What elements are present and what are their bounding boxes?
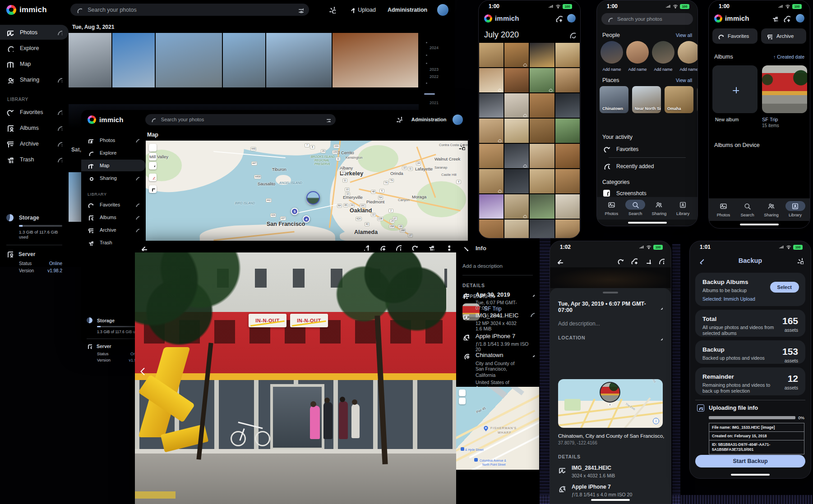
sidebar-item-albums[interactable]: Albums: [81, 211, 146, 223]
search-input[interactable]: [87, 6, 293, 14]
place-tile[interactable]: Chinatown: [600, 86, 628, 113]
edit-date-icon[interactable]: [657, 304, 663, 310]
photo-thumbnail[interactable]: [479, 144, 504, 168]
photo-thumbnail[interactable]: [504, 68, 529, 92]
nav-item-search[interactable]: Search: [624, 200, 647, 216]
photo-thumbnail[interactable]: [479, 169, 504, 193]
upload-button[interactable]: Upload: [348, 7, 376, 13]
people-view-all[interactable]: View all: [676, 32, 692, 38]
search-bar[interactable]: [145, 114, 336, 125]
search-input[interactable]: [160, 116, 321, 123]
close-icon[interactable]: [462, 245, 468, 251]
photo-thumbnail[interactable]: [504, 119, 529, 143]
nav-item-sharing[interactable]: Sharing: [759, 201, 783, 217]
map-cluster-marker[interactable]: 4: [303, 215, 310, 223]
sidebar-item-sharing[interactable]: Sharing: [81, 172, 146, 184]
add-name-label[interactable]: Add name: [652, 67, 674, 72]
timeline-year-label[interactable]: 2023: [430, 67, 439, 72]
back-icon[interactable]: [556, 257, 563, 264]
trash-icon[interactable]: [771, 15, 778, 22]
albums-sort[interactable]: ↑ Created date: [773, 54, 804, 60]
back-chevron-icon[interactable]: [697, 257, 704, 264]
person-face[interactable]: [601, 41, 623, 64]
description-field[interactable]: Add description...: [550, 313, 671, 327]
scrubber-position[interactable]: [424, 93, 435, 95]
home-indicator[interactable]: [731, 474, 770, 476]
nav-item-library[interactable]: Library: [783, 201, 807, 217]
back-icon[interactable]: [140, 244, 147, 251]
administration-link[interactable]: Administration: [388, 7, 427, 13]
home-indicator[interactable]: [591, 499, 630, 501]
backup-cloud-icon[interactable]: [555, 15, 563, 22]
sidebar-item-sharing[interactable]: Sharing: [0, 72, 69, 87]
previous-photo-chevron[interactable]: [138, 366, 148, 376]
photo-thumbnail[interactable]: [479, 68, 504, 92]
photo-thumbnail[interactable]: [555, 43, 580, 67]
map-photo-marker[interactable]: [600, 382, 620, 403]
nav-item-library[interactable]: Library: [671, 200, 695, 216]
filter-icon[interactable]: [325, 117, 331, 122]
zoom-in-icon[interactable]: [379, 244, 385, 251]
photo-thumbnail[interactable]: [555, 169, 580, 193]
avatar[interactable]: [453, 115, 463, 125]
search-bar[interactable]: [70, 4, 309, 16]
location-map[interactable]: Pier 45 FISHERMAN'S WHARF & Hyde Street …: [456, 387, 539, 470]
filter-icon[interactable]: [297, 7, 304, 13]
person-face[interactable]: [678, 41, 698, 64]
photo-thumbnail[interactable]: [530, 68, 554, 92]
photo-thumbnail[interactable]: [479, 43, 504, 67]
photo-thumbnail[interactable]: [555, 119, 580, 143]
favorite-icon[interactable]: [411, 244, 418, 251]
photo-thumbnail[interactable]: [479, 93, 504, 118]
theme-toggle-icon[interactable]: [329, 6, 336, 14]
photo-thumbnail[interactable]: [530, 93, 554, 118]
add-name-label[interactable]: Add name: [601, 67, 623, 72]
edit-location-icon[interactable]: [529, 352, 535, 357]
nav-item-sharing[interactable]: Sharing: [647, 200, 671, 216]
add-name-label[interactable]: Add name: [678, 67, 698, 72]
photo-thumbnail[interactable]: [530, 43, 554, 67]
photo-thumbnail[interactable]: [112, 33, 155, 87]
select-button[interactable]: Select: [770, 282, 799, 293]
map-zoom-in-button[interactable]: [459, 389, 466, 396]
photo-thumbnail[interactable]: [69, 33, 111, 87]
edit-location-icon[interactable]: [657, 335, 663, 340]
place-tile[interactable]: Omaha: [665, 86, 693, 113]
sidebar-item-albums[interactable]: Albums: [0, 120, 69, 135]
theme-toggle-icon[interactable]: [396, 116, 402, 123]
photo-preview-dark[interactable]: [550, 267, 671, 288]
select-all-check-icon[interactable]: [569, 32, 576, 38]
person-face[interactable]: [652, 41, 674, 64]
info-icon[interactable]: [658, 258, 665, 264]
location-map[interactable]: d - San Francisco Ferry Buildi The Emb i: [558, 379, 663, 428]
sidebar-item-archive[interactable]: Archive: [81, 224, 146, 236]
settings-gear-icon[interactable]: [797, 257, 804, 264]
timeline-year-label[interactable]: 2024: [430, 46, 439, 50]
new-album-card[interactable]: [712, 65, 758, 113]
timeline-year-label[interactable]: 2022: [430, 74, 439, 79]
place-tile[interactable]: Near North Side: [632, 86, 661, 113]
nav-item-search[interactable]: Search: [735, 201, 759, 217]
favorites-item[interactable]: Favorites: [603, 146, 638, 152]
edit-date-icon[interactable]: [529, 291, 535, 297]
search-bar[interactable]: Search your photos: [601, 13, 693, 25]
map-location-button[interactable]: [149, 174, 157, 181]
sidebar-item-favorites[interactable]: Favorites: [0, 105, 69, 119]
sidebar-item-map[interactable]: Map: [0, 56, 69, 71]
home-indicator[interactable]: [740, 224, 779, 225]
photo-thumbnail[interactable]: [530, 194, 554, 219]
add-name-label[interactable]: Add name: [626, 67, 649, 72]
avatar[interactable]: [567, 14, 576, 23]
start-backup-button[interactable]: Start Backup: [695, 455, 805, 467]
backup-cloud-icon[interactable]: [783, 15, 790, 22]
map-info-icon[interactable]: i: [653, 418, 659, 424]
add-icon[interactable]: [645, 258, 651, 264]
recently-added-item[interactable]: Recently added: [603, 163, 654, 170]
nav-item-photos[interactable]: Photos: [711, 201, 735, 217]
photo-thumbnail[interactable]: [479, 220, 504, 238]
map-compass-button[interactable]: [149, 162, 157, 170]
share-icon[interactable]: [363, 244, 369, 251]
sidebar-item-explore[interactable]: Explore: [81, 147, 146, 159]
sidebar-item-explore[interactable]: Explore: [0, 41, 69, 55]
map-photo-marker[interactable]: [306, 191, 320, 205]
